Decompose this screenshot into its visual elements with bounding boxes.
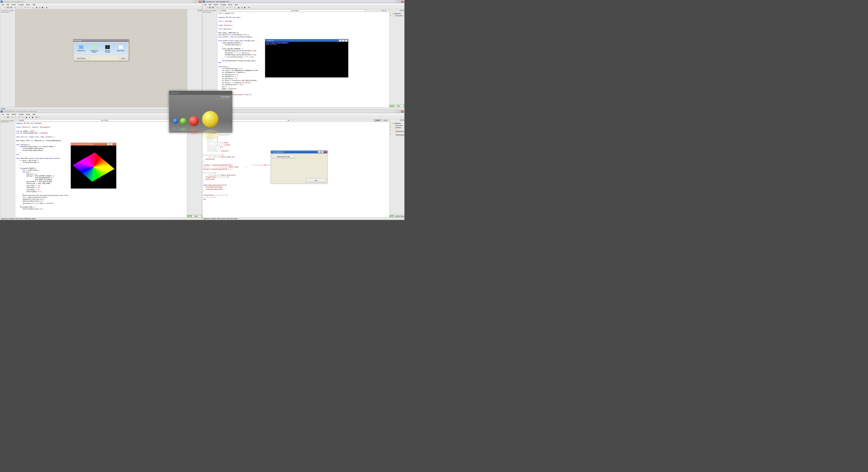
- panel-close[interactable]: ✕: [402, 119, 404, 121]
- project-tree[interactable]: Application Entry Point Modules modWndPr…: [390, 122, 404, 137]
- tree-entry[interactable]: Entry Point: [390, 125, 404, 127]
- menu-search[interactable]: Search: [10, 3, 17, 5]
- redo-icon[interactable]: ↷: [229, 6, 231, 9]
- save-icon[interactable]: 💾: [7, 6, 9, 9]
- undo-icon[interactable]: ↶: [24, 6, 27, 9]
- menu-file[interactable]: File: [203, 3, 208, 5]
- planet-source-button[interactable]: Planet Source Code!: [272, 155, 295, 158]
- undo-icon[interactable]: ↶: [18, 116, 21, 118]
- redo-icon[interactable]: ↷: [21, 116, 24, 118]
- titlebar[interactable]: ─ ☐ ✕: [202, 110, 404, 113]
- gl-max[interactable]: ☐: [110, 143, 113, 145]
- copy-icon[interactable]: 📋: [17, 6, 19, 9]
- dd-icon[interactable]: ▾: [101, 119, 104, 122]
- close-button[interactable]: ✕: [401, 1, 404, 3]
- exit-button[interactable]: Exit: [306, 179, 327, 182]
- console-output[interactable]: Linley Compiler Console Application .. E…: [266, 42, 348, 77]
- close-button[interactable]: ✕: [401, 110, 404, 113]
- cut-icon[interactable]: ✂: [216, 6, 219, 9]
- console-title[interactable]: ▪Linley CUI ─ ☐ ✕: [266, 39, 348, 42]
- menu-extras[interactable]: Extras: [25, 3, 31, 5]
- menu-edit[interactable]: Edit: [5, 3, 10, 5]
- project-tree[interactable]: Application Entry Point: [390, 12, 404, 18]
- dd-icon[interactable]: ▾: [287, 119, 290, 122]
- copy-icon[interactable]: 📋: [14, 116, 16, 118]
- cfg-icon[interactable]: ⚙: [248, 6, 250, 9]
- open-existing-button[interactable]: Open Existing ...: [74, 57, 89, 60]
- tree-entry[interactable]: Entry Point: [390, 14, 404, 17]
- app-min[interactable]: ─: [318, 151, 320, 153]
- pause-icon[interactable]: ⏸: [38, 6, 41, 9]
- new-icon[interactable]: 📄: [1, 116, 3, 118]
- maximize-button[interactable]: ☐: [398, 1, 401, 3]
- saveall-icon[interactable]: 💾: [212, 6, 214, 9]
- tree-mod1[interactable]: modWndProc: [390, 129, 404, 132]
- props-val[interactable]: Entry: [394, 106, 404, 107]
- copy-icon[interactable]: 📋: [219, 6, 221, 9]
- save-icon[interactable]: 💾: [209, 6, 211, 9]
- minimize-button[interactable]: ─: [395, 110, 398, 113]
- menu-edit[interactable]: Edit: [208, 3, 212, 5]
- open-icon[interactable]: 📂: [4, 6, 6, 9]
- props-val[interactable]: modWndCreate: [394, 215, 404, 217]
- menu-extras[interactable]: Extras: [25, 113, 31, 115]
- opt-dll[interactable]: ◫Dynamic Link Library: [90, 45, 99, 53]
- cfg-icon[interactable]: ⚙: [45, 6, 48, 9]
- menu-file[interactable]: File: [1, 113, 5, 115]
- titlebar[interactable]: GameXO.vla - Visia Compiler 4.8.7 ─ ☐ ✕: [202, 0, 404, 3]
- app-max[interactable]: ☐: [321, 151, 323, 153]
- menu-help[interactable]: Help: [31, 113, 37, 115]
- saveall-icon[interactable]: 💾: [9, 6, 12, 9]
- menu-compile[interactable]: Compile: [219, 3, 227, 5]
- maximize-button[interactable]: ☐: [196, 1, 198, 3]
- redo-icon[interactable]: ↷: [27, 6, 29, 9]
- panel-close[interactable]: ✕: [402, 9, 404, 11]
- paste-icon[interactable]: 📋: [222, 6, 224, 9]
- paste-icon[interactable]: 📋: [20, 6, 22, 9]
- minimize-button[interactable]: ─: [395, 1, 398, 3]
- open-icon[interactable]: 📂: [206, 6, 209, 9]
- opt-blank[interactable]: ▫Blank Project: [116, 45, 125, 53]
- console-min[interactable]: ─: [339, 39, 342, 42]
- panel-btn[interactable]: ▾: [197, 9, 199, 11]
- menu-search[interactable]: Search: [213, 3, 220, 5]
- stop-icon[interactable]: ⏹: [41, 6, 43, 9]
- run-icon[interactable]: ▶: [26, 116, 28, 118]
- tab-module[interactable]: module: [381, 119, 389, 121]
- nav-icon[interactable]: 📑: [218, 9, 220, 12]
- project-tree[interactable]: [187, 12, 202, 13]
- find-icon[interactable]: 🔍: [234, 6, 236, 9]
- pause-icon[interactable]: ⏸: [28, 116, 31, 118]
- tab-modwin[interactable]: modWin: [374, 119, 381, 121]
- run-icon[interactable]: ▶: [238, 6, 240, 9]
- stop-icon[interactable]: ⏹: [244, 6, 246, 9]
- menu-help[interactable]: Help: [31, 3, 37, 5]
- scope-combo[interactable]: General: [19, 119, 101, 121]
- gl-viewport[interactable]: [71, 146, 116, 188]
- dd-icon[interactable]: ▾: [292, 9, 294, 12]
- stop-icon[interactable]: ⏹: [31, 116, 34, 118]
- cancel-button[interactable]: Cancel: [118, 57, 128, 60]
- tree-mod2[interactable]: modWndCreate: [390, 132, 404, 136]
- member-combo[interactable]: Entry: [294, 9, 365, 12]
- find-icon[interactable]: 🔍: [31, 6, 34, 9]
- gl-min[interactable]: ─: [107, 143, 110, 145]
- cfg-icon[interactable]: ⚙: [35, 116, 38, 118]
- gl-title[interactable]: ◆Visia OpenGL Example » Rotate ─ ☐ ✕: [71, 143, 116, 146]
- props-val[interactable]: Entry: [192, 215, 201, 217]
- app-title[interactable]: ▪Linley Application ─ ☐ ✕: [271, 151, 328, 153]
- menu-compile[interactable]: Compile: [17, 3, 25, 5]
- opt-console[interactable]: C:\Windows Console: [103, 45, 113, 53]
- save-icon[interactable]: 💾: [7, 116, 9, 118]
- menu-help[interactable]: Help: [234, 3, 239, 5]
- cfg2-icon[interactable]: 🔧: [38, 116, 41, 118]
- tree-app[interactable]: Application: [390, 12, 404, 14]
- new-icon[interactable]: 📄: [1, 6, 3, 9]
- tree-app[interactable]: Application: [390, 122, 404, 125]
- opt-windows-gui[interactable]: ▭Windows GUI: [76, 45, 86, 53]
- dialog-title[interactable]: New Project: [73, 39, 129, 42]
- panel-btn[interactable]: ▾: [400, 9, 402, 11]
- panel-close[interactable]: ✕: [200, 9, 202, 11]
- console-close[interactable]: ✕: [345, 39, 347, 42]
- cut-icon[interactable]: ✂: [11, 116, 13, 118]
